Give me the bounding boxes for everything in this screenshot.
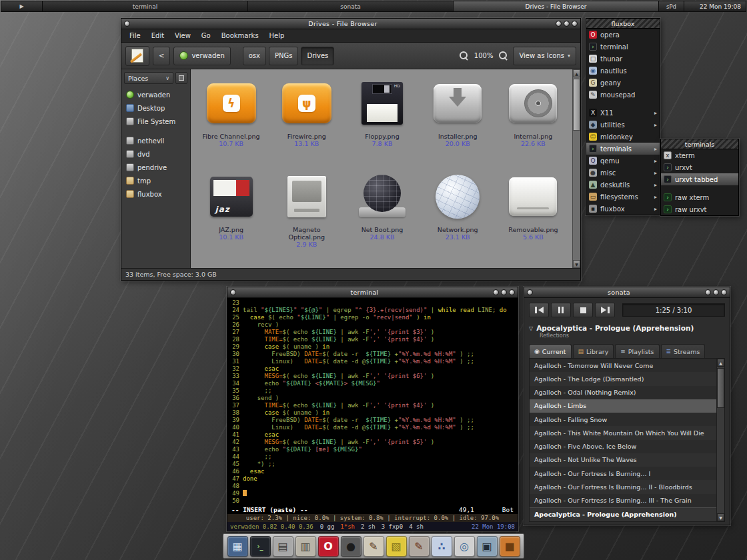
minimize-button[interactable] xyxy=(493,289,499,295)
playlist-item[interactable]: Agalloch - Not Unlike The Waves xyxy=(530,453,716,467)
taskbar-window-drives-file-browser[interactable]: Drives - File Browser xyxy=(454,1,659,11)
scrollbar-track[interactable] xyxy=(573,77,580,260)
screen-window-tab[interactable]: 1*sh xyxy=(340,523,355,530)
menu-item-raw-xterm[interactable]: ›raw xterm xyxy=(661,191,738,203)
window-menu-button[interactable] xyxy=(527,289,533,295)
opera-icon[interactable]: O xyxy=(318,536,339,557)
menu-edit[interactable]: Edit xyxy=(146,29,169,42)
path-button-drives[interactable]: Drives xyxy=(301,47,334,65)
menu-bookmarks[interactable]: Bookmarks xyxy=(216,29,264,42)
screen-window-tab[interactable]: 3 fxp0 xyxy=(382,523,404,530)
text-editor-icon[interactable]: ✎ xyxy=(363,536,384,557)
screen-window-tab[interactable]: 2 sh xyxy=(361,523,376,530)
place-pendrive[interactable]: pendrive xyxy=(124,161,187,174)
screen-window-tab[interactable]: 4 sh xyxy=(409,523,424,530)
pause-button[interactable] xyxy=(551,303,571,317)
next-button[interactable] xyxy=(595,303,615,317)
vertical-scrollbar[interactable]: ▲ ▼ xyxy=(572,69,580,268)
file-browser-titlebar[interactable]: Drives - File Browser xyxy=(121,19,580,29)
places-selector[interactable]: Places ∨ xyxy=(124,72,173,84)
file-icon-view[interactable]: ϟFibre Channel.png10.7 KBψFirewire.png13… xyxy=(191,69,572,268)
tab-streams[interactable]: ≣Streams xyxy=(661,344,706,358)
place-file-system[interactable]: File System xyxy=(124,115,187,128)
place-verwaden[interactable]: verwaden xyxy=(124,88,187,101)
sticky-notes-icon[interactable]: ▧ xyxy=(386,536,407,557)
minimize-button[interactable] xyxy=(705,289,711,295)
menu-item-geany[interactable]: Ggeany xyxy=(586,77,660,89)
place-fluxbox[interactable]: fluxbox xyxy=(124,187,187,201)
paint-icon[interactable]: ✎ xyxy=(409,536,430,557)
file-installer-png[interactable]: Installer.png20.0 KB xyxy=(420,75,496,147)
playlist-scrollbar[interactable]: ▲ ▼ xyxy=(716,359,724,521)
maximize-button[interactable] xyxy=(501,289,507,295)
scrollbar-track[interactable] xyxy=(717,367,724,513)
zoom-in-button[interactable] xyxy=(496,48,510,64)
maximize-button[interactable] xyxy=(564,21,570,27)
menu-item-filesystems[interactable]: ▭filesystems▸ xyxy=(586,191,660,203)
playlist-item[interactable]: Agalloch - Limbs xyxy=(530,399,716,413)
file-jaz-png[interactable]: jazJAZ.png10.1 KB xyxy=(193,168,269,241)
tab-playlists[interactable]: ≡Playlists xyxy=(615,344,659,358)
sonata-titlebar[interactable]: sonata xyxy=(524,287,730,298)
menu-item-urxvt-tabbed[interactable]: ›urxvt tabbed xyxy=(661,173,738,185)
maximize-button[interactable] xyxy=(713,289,719,295)
playlist-item[interactable]: Agalloch - The Lodge (Dismantled) xyxy=(530,372,716,385)
terminal-titlebar[interactable]: terminal xyxy=(227,287,518,298)
footprints-icon[interactable]: ∴ xyxy=(432,536,452,557)
taskbar-window-terminal[interactable]: terminal xyxy=(43,1,248,11)
scrollbar-thumb[interactable] xyxy=(717,368,724,408)
tab-library[interactable]: ▤Library xyxy=(573,344,614,358)
file-magneto-optical-png[interactable]: Magneto Optical.png2.9 KB xyxy=(269,168,344,248)
package-icon[interactable]: ■ xyxy=(500,536,520,557)
zoom-out-button[interactable] xyxy=(458,48,471,64)
playlist-item[interactable]: Agalloch - Falling Snow xyxy=(530,413,716,426)
menu-item-utilities[interactable]: ◆utilities▸ xyxy=(586,119,660,131)
path-button-osx[interactable]: osx xyxy=(243,47,266,65)
now-playing-expander[interactable]: ▽ Apocalyptica - Prologue (Apprehension) xyxy=(529,324,725,332)
playlist-item[interactable]: Agalloch - Odal (Nothing Remix) xyxy=(530,386,716,399)
file-network-png[interactable]: Network.png23.1 KB xyxy=(420,168,496,241)
stop-button[interactable] xyxy=(573,303,593,317)
playlist-item[interactable]: Agalloch - Five Above, Ice Below xyxy=(530,440,716,453)
playlist-item[interactable]: Agalloch - Our Fortress Is Burning... II… xyxy=(530,494,716,507)
back-button[interactable]: < xyxy=(153,47,170,65)
vim-editor[interactable]: 2324tail "${LINES}" "${@}" | egrep "^ {3… xyxy=(227,299,518,505)
menu-go[interactable]: Go xyxy=(196,29,216,42)
menu-item-xterm[interactable]: xxterm xyxy=(661,149,738,161)
menu-item-x11[interactable]: XX11▸ xyxy=(586,107,660,119)
menu-view[interactable]: View xyxy=(169,29,196,42)
playlist-item[interactable]: Agalloch - This White Mountain On Which … xyxy=(530,426,716,439)
terminal-icon[interactable]: ›_ xyxy=(250,536,271,557)
progress-time[interactable]: 1:25 / 3:10 xyxy=(622,303,725,317)
playlist-item[interactable]: Apocalyptica - Prologue (Apprehension) xyxy=(530,507,716,521)
menu-item-nautilus[interactable]: ◉nautilus xyxy=(586,65,660,77)
playlist-item[interactable]: Agalloch - Our Fortress Is Burning... I xyxy=(530,467,716,480)
home-button[interactable]: verwaden xyxy=(173,47,230,65)
taskbar-window-sonata[interactable]: sonata xyxy=(248,1,454,11)
screenshot-viewer-icon[interactable]: ▦ xyxy=(227,536,248,557)
scroll-down-button[interactable]: ▼ xyxy=(717,513,724,521)
menu-item-misc[interactable]: ●misc▸ xyxy=(586,167,660,179)
menu-item-mousepad[interactable]: ✎mousepad xyxy=(586,89,660,101)
place-tmp[interactable]: tmp xyxy=(124,174,187,187)
menu-item-urxvt[interactable]: ›urxvt xyxy=(661,161,738,173)
computer-icon[interactable]: ▣ xyxy=(477,536,498,557)
file-firewire-png[interactable]: ψFirewire.png13.1 KB xyxy=(269,75,344,147)
tab-current[interactable]: ◉Current xyxy=(529,344,572,358)
close-button[interactable] xyxy=(509,289,515,295)
file-cabinet-icon[interactable]: ▤ xyxy=(273,536,293,557)
menu-item-qemu[interactable]: Qqemu▸ xyxy=(586,155,660,167)
minimize-button[interactable] xyxy=(556,21,562,27)
place-desktop[interactable]: Desktop xyxy=(124,101,187,115)
scrollbar-thumb[interactable] xyxy=(573,79,580,131)
close-button[interactable] xyxy=(721,289,727,295)
cd-player-icon[interactable]: ◎ xyxy=(454,536,475,557)
new-document-button[interactable] xyxy=(125,46,149,66)
place-nethevil[interactable]: nethevil xyxy=(124,134,187,147)
menu-item-raw-urxvt[interactable]: ›raw urxvt xyxy=(661,203,738,215)
menu-item-deskutils[interactable]: ▲deskutils▸ xyxy=(586,179,660,191)
scroll-up-button[interactable]: ▲ xyxy=(717,359,724,367)
playlist-item[interactable]: Agalloch - Our Fortress Is Burning... II… xyxy=(530,480,716,493)
screen-window-tab[interactable]: 0 gg xyxy=(320,523,335,530)
file-net-boot-png[interactable]: Net Boot.png24.8 KB xyxy=(344,168,420,241)
